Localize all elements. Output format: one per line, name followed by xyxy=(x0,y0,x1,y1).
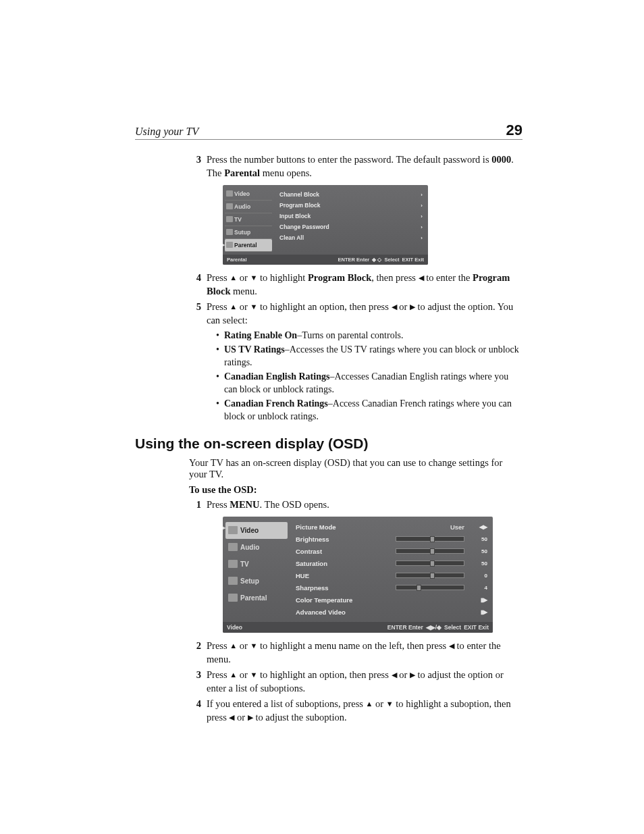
tab-icon xyxy=(228,594,238,602)
osd-footer-hint: Select xyxy=(444,624,461,631)
osd-tab: Audio xyxy=(225,539,288,556)
instruction-step: 4Press ▲ or ▼ to highlight Program Block… xyxy=(189,271,522,298)
slider xyxy=(396,561,464,566)
bullet-icon: • xyxy=(216,398,224,423)
instruction-step: 5Press ▲ or ▼ to highlight an option, th… xyxy=(189,301,522,327)
instruction-step: 1Press MENU. The OSD opens. xyxy=(189,498,522,512)
arrow-icon: ▶ xyxy=(248,712,253,723)
arrow-icon: ▲ xyxy=(230,641,237,651)
tab-icon xyxy=(226,203,233,209)
chevron-right-icon: › xyxy=(404,235,423,241)
instruction-step: 4If you entered a list of suboptions, pr… xyxy=(189,698,522,724)
osd-footer-hint: ENTER Enter xyxy=(338,257,370,263)
tab-icon xyxy=(228,543,238,551)
option-value: 4 xyxy=(468,585,487,591)
page-header: Using your TV 29 xyxy=(135,122,522,140)
osd-footer-hint: ◀▶/◆ xyxy=(426,624,441,631)
bullet-icon: • xyxy=(216,344,224,369)
option-value: ▮▶ xyxy=(468,597,487,603)
arrow-icon: ▼ xyxy=(250,641,257,651)
chevron-right-icon: › xyxy=(404,203,423,209)
lead-text: Your TV has an on-screen display (OSD) t… xyxy=(189,457,522,480)
header-title: Using your TV xyxy=(135,126,198,138)
osd-option-row: Change Password› xyxy=(279,221,423,232)
step-number: 5 xyxy=(189,301,201,327)
osd-footer-hint: ◆ ◇ xyxy=(372,257,381,263)
section-heading: Using the on-screen display (OSD) xyxy=(135,436,522,452)
osd-option-row: Input Block› xyxy=(279,211,423,221)
arrow-icon: ▶ xyxy=(410,670,415,680)
osd-footer-hint: EXIT Exit xyxy=(464,624,489,631)
slider xyxy=(396,573,464,578)
arrow-icon: ▼ xyxy=(250,273,257,283)
sub-bullet: •Rating Enable On–Turns on parental cont… xyxy=(216,330,522,342)
osd-option-row: HUE0 xyxy=(296,569,487,581)
arrow-icon: ▼ xyxy=(250,670,257,680)
chevron-right-icon: › xyxy=(404,213,423,219)
tab-icon xyxy=(228,577,238,585)
option-value: 50 xyxy=(468,561,487,567)
tab-icon xyxy=(226,216,233,222)
step-number: 1 xyxy=(189,498,201,512)
osd-tab: Parental xyxy=(225,590,288,606)
tab-icon xyxy=(226,229,233,235)
slider xyxy=(396,536,464,542)
osd-tab: TV xyxy=(225,556,288,573)
osd-option-row: Advanced Video▮▶ xyxy=(296,606,487,618)
option-value: ▮▶ xyxy=(468,609,487,615)
osd-footer-hint: ENTER Enter xyxy=(387,624,423,631)
sub-bullet: •Canadian English Ratings–Accesses Canad… xyxy=(216,371,522,396)
step-number: 4 xyxy=(189,698,201,724)
osd-option-row: Channel Block› xyxy=(279,189,423,200)
sub-bullet: •US TV Ratings–Accesses the US TV rating… xyxy=(216,344,522,369)
lead-bold: To use the OSD: xyxy=(189,484,522,496)
bullet-icon: • xyxy=(216,330,224,342)
sub-bullet: •Canadian French Ratings–Access Canadian… xyxy=(216,398,522,423)
video-osd-screenshot: ▶VideoAudioTVSetupParental Picture ModeU… xyxy=(223,517,493,633)
osd-footer-hint: EXIT Exit xyxy=(402,257,424,263)
osd-tab: Audio xyxy=(225,201,272,213)
step-number: 2 xyxy=(189,640,201,666)
option-value: 50 xyxy=(468,536,487,542)
step-number: 3 xyxy=(189,669,201,695)
step-number: 3 xyxy=(189,153,201,180)
arrow-icon: ◀ xyxy=(419,273,424,283)
arrow-icon: ▲ xyxy=(230,670,237,680)
arrow-icon: ◀ xyxy=(229,712,234,723)
arrow-icon: ◀ xyxy=(392,670,397,680)
osd-option-row: Picture ModeUser◀▶ xyxy=(296,521,487,533)
arrow-icon: ◀ xyxy=(449,641,454,651)
osd-tab: ▶Parental xyxy=(225,239,272,252)
osd-tab: TV xyxy=(225,213,272,226)
chevron-right-icon: › xyxy=(404,224,423,230)
arrow-icon: ▲ xyxy=(230,302,237,312)
tab-icon xyxy=(228,526,238,534)
osd-tab: ▶Video xyxy=(225,522,288,539)
arrow-icon: ◀ xyxy=(392,302,397,312)
osd-tab: Sutup xyxy=(225,226,272,239)
option-value: ◀▶ xyxy=(468,524,487,530)
arrow-icon: ▲ xyxy=(230,273,237,283)
osd-footer-left: Parental xyxy=(227,257,247,263)
parental-osd-screenshot: VideoAudioTVSutup▶Parental Channel Block… xyxy=(223,185,428,265)
osd-option-row: Sharpness4 xyxy=(296,581,487,594)
arrow-icon: ▲ xyxy=(366,699,373,709)
osd-option-row: Saturation50 xyxy=(296,557,487,569)
page-number: 29 xyxy=(506,122,522,139)
osd-option-row: Contrast50 xyxy=(296,545,487,557)
osd-footer-hint: Select xyxy=(384,257,399,263)
arrow-icon: ▶ xyxy=(410,302,415,312)
osd-option-row: Program Block› xyxy=(279,200,423,211)
osd-option-row: Color Temperature▮▶ xyxy=(296,594,487,606)
tab-icon xyxy=(228,560,238,568)
tab-icon xyxy=(226,242,233,248)
chevron-right-icon: › xyxy=(404,192,423,198)
osd-tab: Video xyxy=(225,188,272,201)
osd-option-row: Clean All› xyxy=(279,232,423,243)
instruction-step: 2Press ▲ or ▼ to highlight a menu name o… xyxy=(189,640,522,666)
slider xyxy=(396,585,464,590)
osd-footer-left: Video xyxy=(227,624,242,631)
option-value: 50 xyxy=(468,548,487,554)
step-number: 4 xyxy=(189,271,201,298)
bullet-icon: • xyxy=(216,371,224,396)
